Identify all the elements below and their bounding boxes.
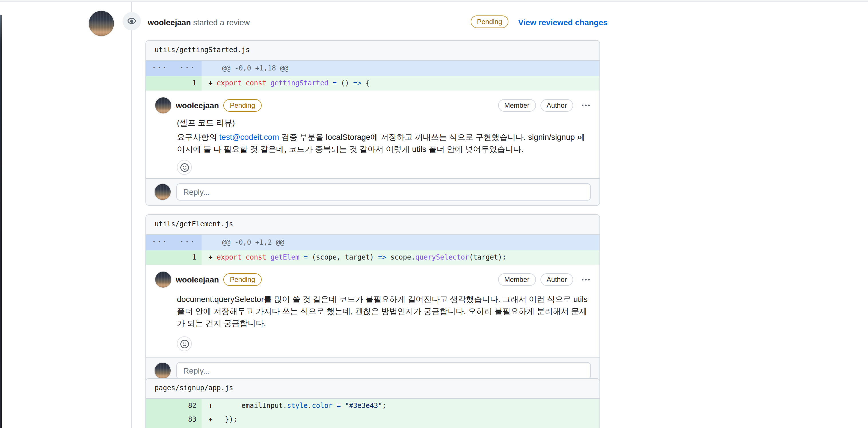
- code-token: style: [287, 402, 308, 410]
- window-top-edge: [0, 0, 868, 2]
- comment-text: 요구사항의: [177, 132, 219, 142]
- background-window-edge: [0, 15, 2, 428]
- diff-plus-sign: +: [209, 79, 217, 87]
- diff-addition-line: 82 + emailInput.style.color = "#3e3e43";: [146, 399, 599, 412]
- review-event-badge: [123, 12, 141, 30]
- code-token: =: [333, 402, 345, 410]
- line-number[interactable]: 84: [146, 426, 202, 428]
- eye-icon: [127, 17, 136, 26]
- file-header: utils/getElement.js: [146, 215, 599, 235]
- current-user-avatar[interactable]: [155, 363, 170, 379]
- comment-options-kebab-icon[interactable]: [581, 101, 590, 110]
- diff-plus-sign: +: [209, 416, 217, 423]
- code-line-content: + export const gettingStarted = () => {: [202, 76, 370, 90]
- reply-bar: [146, 178, 599, 205]
- review-status-badge: Pending: [471, 16, 508, 28]
- hunk-header-text: @@ -0,0 +1,18 @@: [202, 61, 288, 76]
- hunk-header-text: @@ -0,0 +1,2 @@: [202, 235, 284, 250]
- view-reviewed-changes-link[interactable]: View reviewed changes: [518, 18, 608, 27]
- expand-dots-icon: ···: [174, 61, 202, 76]
- diff-addition-line: 83 + });: [146, 412, 599, 426]
- comment-header: wooleejaan Pending Member Author: [155, 97, 590, 113]
- timeline-connector-line: [131, 2, 132, 428]
- code-token: =>: [353, 79, 362, 87]
- event-action-text: started a review: [193, 18, 250, 27]
- code-token: ;: [382, 402, 386, 410]
- reply-input[interactable]: [176, 183, 591, 201]
- member-label: Member: [498, 273, 536, 286]
- author-label: Author: [540, 99, 573, 112]
- comment-pending-badge: Pending: [224, 99, 261, 112]
- commenter-avatar[interactable]: [155, 97, 171, 113]
- comment-body: document.querySelector를 많이 쓸 것 같은데 코드가 불…: [177, 293, 590, 330]
- code-token: emailInput.: [217, 402, 287, 410]
- file-header: pages/signup/app.js: [146, 379, 599, 399]
- diff-plus-sign: +: [209, 402, 217, 410]
- comment-paragraph: 요구사항의 test@codeit.com 검증 부분을 localStorag…: [177, 131, 590, 155]
- line-number[interactable]: 1: [146, 250, 202, 265]
- code-line-content: + emailInput.style.color = "#3e3e43";: [202, 399, 386, 412]
- code-token: (target);: [469, 253, 506, 261]
- user-avatar[interactable]: [89, 11, 114, 36]
- expand-diff-button[interactable]: ··· ···: [146, 61, 202, 76]
- code-token: [300, 253, 304, 261]
- diff-addition-line: 1 + export const getElem = (scope, targe…: [146, 250, 599, 265]
- line-number[interactable]: 83: [146, 412, 202, 426]
- reply-input[interactable]: [176, 362, 591, 379]
- current-user-avatar[interactable]: [155, 184, 170, 200]
- diff-plus-sign: +: [209, 253, 217, 261]
- comment-paragraph: (셀프 코드 리뷰): [177, 117, 590, 129]
- code-token: getElem: [271, 253, 300, 261]
- smiley-icon: [180, 163, 189, 172]
- commenter-name[interactable]: wooleejaan: [176, 101, 219, 110]
- expand-dots-icon: ···: [146, 235, 174, 250]
- add-reaction-button[interactable]: [177, 160, 192, 175]
- expand-dots-icon: ···: [146, 61, 174, 76]
- file-path-link[interactable]: utils/getElement.js: [155, 220, 233, 228]
- file-header: utils/gettingStarted.js: [146, 41, 599, 61]
- review-comments-column: utils/gettingStarted.js ··· ··· @@ -0,0 …: [146, 40, 600, 428]
- comment-options-kebab-icon[interactable]: [581, 275, 590, 284]
- diff-hunk-row: ··· ··· @@ -0,0 +1,2 @@: [146, 235, 599, 250]
- email-link[interactable]: test@codeit.com: [219, 132, 279, 142]
- code-line-content: +: [202, 426, 217, 428]
- code-token: =: [304, 253, 307, 261]
- commenter-avatar[interactable]: [155, 272, 171, 288]
- add-reaction-button[interactable]: [177, 336, 192, 351]
- review-comment: wooleejaan Pending Member Author (셀프 코드 …: [146, 90, 599, 178]
- expand-diff-button[interactable]: ··· ···: [146, 235, 202, 250]
- code-token: .: [308, 402, 312, 410]
- code-token: (): [337, 79, 353, 87]
- member-label: Member: [498, 99, 536, 112]
- comment-paragraph: document.querySelector를 많이 쓸 것 같은데 코드가 불…: [177, 293, 590, 330]
- line-number[interactable]: 82: [146, 399, 202, 412]
- code-token: "#3e3e43": [345, 402, 382, 410]
- username-link[interactable]: wooleejaan: [148, 18, 191, 27]
- comment-pending-badge: Pending: [224, 273, 261, 286]
- diff-hunk-row: ··· ··· @@ -0,0 +1,18 @@: [146, 61, 599, 76]
- smiley-icon: [180, 340, 189, 348]
- code-token: scope.: [386, 253, 415, 261]
- code-token: =: [333, 79, 337, 87]
- expand-dots-icon: ···: [174, 235, 202, 250]
- line-number[interactable]: 1: [146, 76, 202, 90]
- commenter-name[interactable]: wooleejaan: [176, 275, 219, 284]
- code-token: [328, 79, 332, 87]
- code-token: export const: [217, 253, 271, 261]
- code-token: =>: [378, 253, 386, 261]
- file-path-link[interactable]: pages/signup/app.js: [155, 384, 233, 392]
- file-path-link[interactable]: utils/gettingStarted.js: [155, 46, 250, 54]
- comment-body: (셀프 코드 리뷰) 요구사항의 test@codeit.com 검증 부분을 …: [177, 117, 590, 155]
- code-token: gettingStarted: [271, 79, 328, 87]
- review-event-text: wooleejaan started a review: [148, 18, 250, 27]
- code-token: color: [312, 402, 332, 410]
- code-token: {: [362, 79, 370, 87]
- code-line-content: + });: [202, 412, 237, 426]
- code-token: });: [217, 416, 237, 423]
- code-token: querySelector: [415, 253, 469, 261]
- code-line-content: + export const getElem = (scope, target)…: [202, 250, 506, 265]
- comment-header: wooleejaan Pending Member Author: [155, 272, 590, 288]
- review-comment: wooleejaan Pending Member Author documen…: [146, 265, 599, 357]
- diff-addition-line: 1 + export const gettingStarted = () => …: [146, 76, 599, 90]
- code-token: (scope, target): [308, 253, 378, 261]
